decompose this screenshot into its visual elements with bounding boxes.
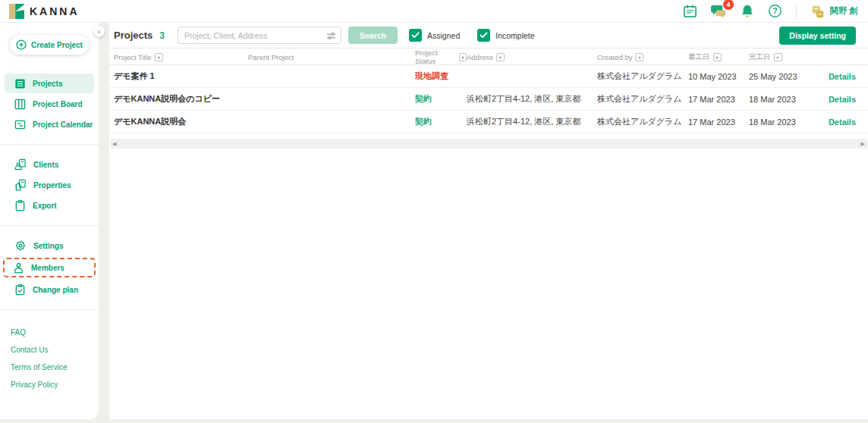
user-name: 関野 創 [830,5,857,17]
sidebar-item-label: Project Board [33,100,83,108]
properties-house-icon [14,179,27,191]
create-project-button[interactable]: Create Project [10,35,89,55]
project-status-cell: 契約 [415,93,467,105]
projects-count: 3 [159,30,165,41]
project-status-cell: 契約 [415,116,467,127]
faq-link[interactable]: FAQ [11,324,99,341]
sort-icon[interactable]: ▲ [496,53,505,61]
main-content: Projects 3 Search Assigned [109,23,868,419]
start-date-cell: 17 Mar 2023 [688,118,749,127]
topbar-divider [796,4,797,19]
start-date-cell: 10 May 2023 [688,72,749,81]
column-header-parent-project[interactable]: Parent Project [248,53,415,61]
brand-name: KANNA [30,5,80,17]
sort-icon[interactable]: ▲ [459,53,467,61]
help-icon[interactable]: ? [768,4,782,18]
member-person-icon [13,262,24,274]
end-date-cell: 18 Mar 2023 [749,118,813,127]
sidebar-item-settings[interactable]: Settings [5,236,94,255]
assigned-checkbox[interactable]: Assigned [409,29,460,42]
kanna-logo-icon [9,4,24,19]
sidebar-item-project-board[interactable]: Project Board [5,94,94,114]
sidebar-item-projects[interactable]: Projects [5,74,94,93]
create-project-label: Create Project [31,41,83,49]
column-header-created-by[interactable]: Created by ▲ [597,53,688,61]
project-title-cell: デモKANNA説明会 [114,116,248,127]
chat-notification-badge: 4 [723,0,734,10]
clients-icon [14,158,27,171]
sidebar-item-label: Settings [33,242,63,250]
end-date-cell: 25 May 2023 [749,72,813,81]
svg-text:?: ? [772,7,777,15]
sort-icon[interactable]: ▲ [713,53,722,61]
created-by-cell: 株式会社アルダグラム [597,116,688,127]
sidebar-item-properties[interactable]: Properties [5,175,94,195]
sidebar-item-label: Properties [33,181,71,190]
horizontal-scrollbar[interactable]: ◀ ▶ [110,139,867,149]
sort-icon[interactable]: ▲ [635,53,643,61]
privacy-policy-link[interactable]: Privacy Policy [11,376,99,393]
filter-sliders-icon[interactable] [326,30,336,44]
column-header-address[interactable]: Address ▲ [467,53,597,61]
checkbox-checked-icon [477,29,490,42]
details-link[interactable]: Details [813,72,856,81]
gear-icon [14,240,27,252]
sidebar-item-label: Clients [33,161,58,169]
start-date-cell: 17 Mar 2023 [688,95,749,104]
incomplete-label: Incomplete [495,31,534,40]
project-status-cell: 現地調査 [415,70,467,82]
created-by-cell: 株式会社アルダグラム [597,70,688,82]
change-plan-icon [14,284,26,296]
brand-logo[interactable]: KANNA [9,4,80,19]
table-row[interactable]: デモ案件 1 現地調査 株式会社アルダグラム 10 May 2023 25 Ma… [109,65,868,88]
details-link[interactable]: Details [813,95,856,104]
sidebar-collapse-toggle[interactable]: ‹ [93,26,105,37]
display-setting-button[interactable]: Display setting [779,27,856,45]
topbar: KANNA 4 [0,0,868,23]
end-date-cell: 18 Mar 2023 [749,95,813,104]
sort-icon[interactable]: ▲ [774,53,782,61]
chat-icon[interactable]: 4 [711,4,727,18]
column-header-end-date[interactable]: 完工日 ▲ [749,52,813,62]
sidebar-item-export[interactable]: Export [5,196,94,215]
sidebar-divider [0,309,99,310]
plus-circle-icon [16,39,27,50]
assigned-label: Assigned [427,31,460,40]
scroll-right-icon[interactable]: ▶ [861,141,865,146]
search-button[interactable]: Search [348,27,398,44]
sidebar-item-label: Members [31,264,64,272]
contact-us-link[interactable]: Contact Us [11,341,99,359]
user-menu[interactable]: 関野 創 [810,4,857,19]
sidebar-item-members[interactable]: Members [3,258,96,277]
notification-bell-icon[interactable] [741,4,754,18]
board-columns-icon [14,99,26,110]
calendar-icon[interactable] [683,4,697,18]
checkbox-checked-icon [409,29,422,42]
sidebar-item-label: Export [33,202,57,210]
sidebar-item-change-plan[interactable]: Change plan [5,280,94,299]
sort-icon[interactable]: ▲ [155,53,163,61]
search-input[interactable] [178,27,341,44]
column-header-start-date[interactable]: 着工日 ▲ [688,52,749,62]
sidebar-item-clients[interactable]: Clients [5,155,94,174]
calendar-schedule-icon [14,119,26,130]
terms-of-service-link[interactable]: Terms of Service [11,359,99,376]
projects-toolbar: Projects 3 Search Assigned [109,23,868,48]
sidebar: ‹ Create Project Projects [0,23,99,419]
table-header-row: Project Title ▲ Parent Project Project S… [109,48,868,65]
search-box [178,27,341,44]
address-cell: 浜松町2丁目4-12, 港区, 東京都 [467,116,597,127]
column-header-project-status[interactable]: Project Status ▲ [415,49,467,65]
sidebar-divider [0,225,99,226]
project-title-cell: デモ案件 1 [114,70,248,82]
column-header-project-title[interactable]: Project Title ▲ [114,53,248,61]
scroll-left-icon[interactable]: ◀ [112,141,116,146]
table-row[interactable]: デモKANNA説明会 契約 浜松町2丁目4-12, 港区, 東京都 株式会社アル… [109,111,868,133]
incomplete-checkbox[interactable]: Incomplete [477,29,534,42]
table-row[interactable]: デモKANNA説明会のコピー 契約 浜松町2丁目4-12, 港区, 東京都 株式… [109,88,868,111]
sidebar-footer-links: FAQ Contact Us Terms of Service Privacy … [0,316,99,393]
sidebar-item-project-calendar[interactable]: Project Calendar [5,114,94,134]
sidebar-item-label: Projects [33,80,62,88]
details-link[interactable]: Details [813,118,856,127]
sidebar-divider [0,144,99,145]
